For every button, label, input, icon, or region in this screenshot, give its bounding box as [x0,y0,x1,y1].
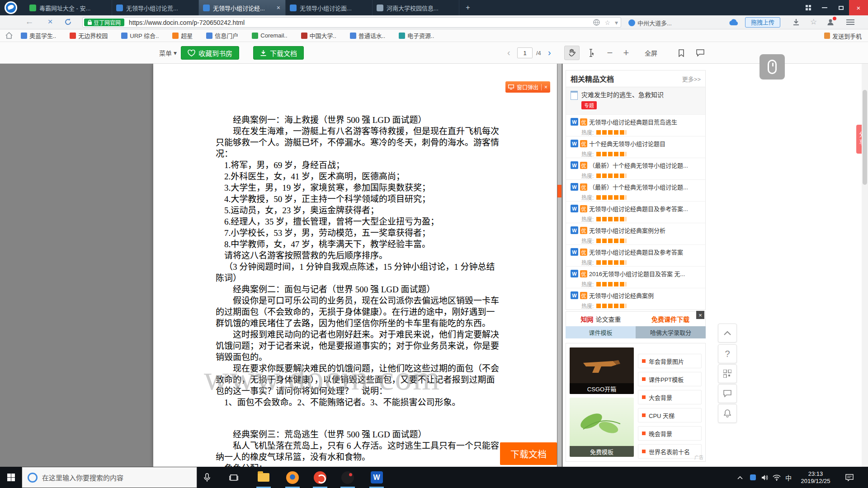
related-doc-title[interactable]: （最新）十个经典无领导小组讨论题... [589,161,688,169]
minimize-button[interactable] [816,0,833,15]
fullscreen-button[interactable]: 全屏 [640,46,662,60]
bookmark-item[interactable]: 普通话水.. [350,31,385,40]
related-doc-item[interactable]: W 优 无领导小组讨论经典题目及参考答案 热度: [566,244,705,266]
ad-link[interactable]: 大会背景 [638,390,702,404]
related-doc-item[interactable]: W 优 （最新）十个经典无领导小组讨论题... 热度: [566,179,705,201]
ad-link[interactable]: CPU 天梯 [638,408,702,422]
ad-card-csgo[interactable]: CSGO开箱 [570,347,634,394]
page-scrollbar[interactable] [862,64,868,467]
word-app-icon[interactable]: W [366,467,387,488]
bookmark-flag-icon[interactable] [674,46,689,60]
favorite-to-library-button[interactable]: 收藏到书房 [181,46,239,60]
related-doc-title[interactable]: 无领导小组讨论经典案例分析 [589,226,665,235]
related-doc-item[interactable]: W 优 无领导小组讨论经典案例分析 热度: [566,223,705,244]
related-doc-title[interactable]: 无领导小组讨论经典题目及参考答案... [589,204,688,213]
related-doc-title[interactable]: 无领导小组讨论经典题目及参考答案 [589,248,683,256]
related-doc-title[interactable]: 无领导小组讨论经典题目荒岛逃生 [589,117,677,126]
app-grid-icon[interactable] [800,0,816,15]
bookmark-item[interactable]: 电子资源.. [399,31,434,40]
browser-logo-icon[interactable] [5,1,17,14]
ad-link[interactable]: 世界名表前十名 [638,444,702,459]
maximize-button[interactable] [833,0,849,15]
home-icon[interactable] [5,32,13,39]
bookmark-item[interactable]: 信息门户 [206,31,238,40]
task-view-icon[interactable] [224,467,244,488]
notification-bell-button[interactable] [718,404,737,423]
bookmarks-star-icon[interactable]: ☆ [810,17,817,27]
cloud-sync-icon[interactable] [729,19,739,26]
url-field[interactable]: 豆丁网官网 https://www.docin.com/p-720650242.… [82,17,621,28]
comment-icon[interactable] [693,46,708,60]
file-explorer-icon[interactable] [253,467,274,488]
media-app-icon[interactable] [337,467,359,488]
ad-link[interactable]: 课件PPT模板 [638,372,702,386]
feedback-chat-button[interactable] [718,384,737,403]
text-select-tool-icon[interactable] [583,46,599,60]
network-icon[interactable] [771,467,782,488]
refresh-icon[interactable] [64,18,76,26]
ad-tab-paper-check[interactable]: 知网 论文查重 [566,312,636,326]
reader-mode-icon[interactable] [593,19,600,26]
related-doc-title[interactable]: 无领导小组讨论经典案例 [589,291,654,300]
dropdown-caret-icon[interactable]: ▾ [615,19,618,26]
back-icon[interactable]: ← [24,17,35,27]
bookmark-item[interactable]: 超星 [172,31,193,40]
browser-tab[interactable]: 无领导小组讨论荒... × [112,0,199,15]
start-button[interactable] [0,467,22,488]
viewer-scrollbar[interactable] [557,64,561,467]
browser-tab[interactable]: 毒霸网址大全 - 安... × [25,0,112,15]
profile-icon[interactable] [826,18,835,26]
related-doc-title[interactable]: 2016无领导小组讨论题目及答案 无... [589,269,685,278]
zoom-in-icon[interactable]: + [618,46,634,60]
viewer-scroll-thumb[interactable] [557,185,561,197]
tray-app-icon[interactable] [747,467,758,488]
clock[interactable]: 23:13 2019/12/25 [795,467,836,488]
ad-link[interactable]: 年会背景图片 [638,354,702,368]
next-page-icon[interactable]: › [548,47,551,58]
download-doc-button[interactable]: 下载文档 [253,46,304,60]
url-text[interactable]: https://www.docin.com/p-720650242.html [129,19,589,26]
featured-doc-item[interactable]: 灾难发生时的逃生、急救知识 专题 [566,87,705,114]
related-doc-item[interactable]: W 优 十个经典无领导小组讨论题目 热度: [566,136,705,158]
bookmark-item[interactable]: 奥蓝学生.. [21,31,56,40]
firefox-icon[interactable] [282,467,303,488]
new-tab-button[interactable]: + [463,3,473,12]
page-number-input[interactable] [517,47,533,58]
related-doc-item[interactable]: W 优 无领导小组讨论经典案例 热度: [566,288,705,310]
ad-tab-courseware-template[interactable]: 课件模板 [566,326,636,338]
popup-close-icon[interactable]: × [544,84,547,90]
action-center-icon[interactable] [842,467,857,488]
taskbar-search[interactable]: 在这里输入你要搜索的内容 [22,467,197,488]
ime-indicator[interactable]: 中 [783,467,794,488]
related-doc-item[interactable]: W 优 无领导小组讨论经典题目及参考答案... 热度: [566,201,705,223]
more-link[interactable]: 更多>> [682,75,701,83]
download-doc-cta-button[interactable]: 下载文档 [500,442,557,465]
prev-page-icon[interactable]: ‹ [507,47,510,58]
browser-menu-icon[interactable] [846,19,854,26]
close-button[interactable]: × [849,0,868,15]
favorite-star-icon[interactable]: ☆ [604,19,610,26]
related-doc-title[interactable]: 十个经典无领导小组讨论题目 [589,139,665,148]
docin-app-icon[interactable] [309,467,331,488]
browser-tab[interactable]: 无领导小组讨论面... × [286,0,373,15]
stop-icon[interactable]: × [44,17,56,27]
browser-tab[interactable]: 无领导小组讨论经... × [199,0,286,15]
bookmark-item[interactable]: 中国大学.. [301,31,336,40]
ad-close-icon[interactable]: × [696,311,704,319]
bookmark-item[interactable]: 无边界校园 [70,31,108,40]
ad-card-template[interactable]: 免费模板 [570,398,634,457]
traffic-plugin[interactable]: 中州大道多... [628,19,672,27]
related-doc-title[interactable]: （最新）十个经典无领导小组讨论题... [589,183,688,191]
qr-code-button[interactable] [718,364,737,383]
download-manager-icon[interactable] [792,18,800,26]
featured-doc-title[interactable]: 灾难发生时的逃生、急救知识 [581,91,664,99]
related-doc-item[interactable]: W 优 无领导小组讨论经典题目荒岛逃生 热度: [566,114,705,136]
related-doc-item[interactable]: W 优 （最新）十个经典无领导小组讨论题... 热度: [566,158,705,179]
tray-expand-icon[interactable] [735,467,745,488]
drag-upload-button[interactable]: 拖拽上传 [745,17,780,28]
bookmark-item[interactable]: URP 综合.. [121,31,159,40]
hand-tool-icon[interactable] [564,46,580,60]
ad-tab-harvard[interactable]: 哈佛大学录取分 [636,326,706,338]
site-verified-badge[interactable]: 豆丁网官网 [84,19,124,26]
page-scroll-thumb[interactable] [863,90,867,185]
